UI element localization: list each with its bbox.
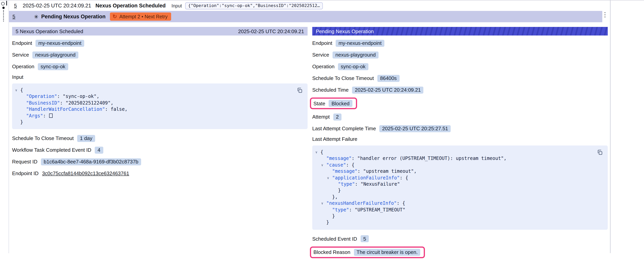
operation-value: sync-op-ok bbox=[38, 63, 68, 70]
json-text: }, bbox=[332, 194, 338, 200]
workflow-event-history-view: 5 2025-02-25 UTC 20:24:09.21 Nexus Opera… bbox=[0, 0, 644, 266]
field-label: State bbox=[314, 100, 325, 106]
collapse-chevron-icon[interactable]: ∨ bbox=[327, 174, 332, 181]
field-row: Servicenexus-playground bbox=[12, 51, 308, 59]
json-text: : "sync-op-ok", bbox=[57, 94, 100, 99]
event-input-preview-chip[interactable]: {"Operation":"sync-op-ok","BusinessID":"… bbox=[185, 2, 323, 9]
more-options-icon[interactable]: ⋮ bbox=[602, 11, 608, 18]
json-key: "nexusHandlerFailureInfo" bbox=[326, 201, 397, 206]
scheduled-panel-header: 5 Nexus Operation Scheduled 2025-02-25 U… bbox=[12, 27, 308, 36]
scheduled-fields-top: Endpointmy-nexus-endpointServicenexus-pl… bbox=[12, 39, 308, 71]
field-row: Schedule To Close Timeout1 day bbox=[12, 134, 308, 143]
code-line: }, bbox=[312, 194, 596, 200]
field-row: Blocked ReasonThe circuit breaker is ope… bbox=[312, 246, 608, 258]
json-text: : "handler error (UPSTREAM_TIMEOUT): ups… bbox=[352, 156, 506, 161]
field-wrap: Scheduled Event ID5 bbox=[312, 235, 369, 242]
retry-icon: ↻ bbox=[113, 14, 117, 19]
field-wrap: Servicenexus-playground bbox=[12, 51, 78, 58]
schedule-to-close-timeout-value: 1 day bbox=[77, 135, 95, 142]
retry-attempt-badge: ↻ Attempt 2 • Next Retry bbox=[110, 13, 171, 21]
json-text: : { bbox=[400, 175, 408, 180]
json-key: "applicationFailureInfo" bbox=[332, 175, 400, 180]
json-key: "message" bbox=[326, 156, 352, 161]
field-label: Workflow Task Completed Event ID bbox=[12, 147, 92, 153]
collapse-chevron-icon[interactable]: ∨ bbox=[321, 200, 326, 207]
field-row: Operationsync-op-ok bbox=[12, 62, 308, 71]
code-line: "Args": bbox=[12, 113, 296, 119]
code-line: "Operation": "sync-op-ok", bbox=[12, 93, 296, 100]
code-line: "message": "upstream timeout", bbox=[312, 168, 596, 174]
json-text: { bbox=[320, 149, 323, 155]
field-label: Last Attempt Complete Time bbox=[312, 126, 376, 131]
service-value: nexus-playground bbox=[32, 51, 78, 58]
code-line: ∨{ bbox=[312, 149, 596, 155]
field-wrap: Scheduled Time2025-02-25 UTC 20:24:09.21 bbox=[312, 86, 424, 93]
field-row: Request IDb1c6a4bc-8ee7-468a-9169-df3b02… bbox=[12, 158, 308, 166]
field-label: Operation bbox=[312, 64, 334, 69]
nexus-asterisk-icon: ✳ bbox=[34, 14, 38, 20]
collapse-chevron-icon[interactable]: ∨ bbox=[15, 87, 20, 93]
field-row: Endpoint ID3c0c75ccfa8144b092c13ce632463… bbox=[12, 169, 308, 178]
field-wrap: Endpointmy-nexus-endpoint bbox=[312, 40, 384, 47]
copy-button[interactable] bbox=[297, 87, 304, 94]
event-timestamp: 2025-02-25 UTC 20:24:09.21 bbox=[22, 3, 91, 9]
pending-event-id-link[interactable]: 5 bbox=[12, 14, 34, 20]
field-wrap: Request IDb1c6a4bc-8ee7-468a-9169-df3b02… bbox=[12, 158, 141, 165]
json-text: } bbox=[326, 220, 329, 225]
pending-operation-panel: Pending Nexus Operation Endpointmy-nexus… bbox=[312, 27, 608, 250]
scheduled-time-value: 2025-02-25 UTC 20:24:09.21 bbox=[352, 86, 423, 93]
code-line: "HandlerWaitForCancellation": false, bbox=[12, 106, 296, 113]
field-wrap: Endpoint ID3c0c75ccfa8144b092c13ce632463… bbox=[12, 171, 129, 176]
pending-event-title: Pending Nexus Operation bbox=[41, 14, 106, 20]
field-label: Attempt bbox=[312, 114, 330, 120]
json-text: : { bbox=[397, 201, 405, 206]
json-text: : false, bbox=[105, 107, 128, 112]
json-text: } bbox=[332, 213, 335, 219]
code-line: ∨"applicationFailureInfo": { bbox=[312, 174, 596, 181]
code-line: "message": "handler error (UPSTREAM_TIME… bbox=[312, 155, 596, 162]
json-key: "type" bbox=[332, 207, 349, 212]
field-row: StateBlocked bbox=[312, 98, 608, 109]
copy-button[interactable] bbox=[597, 149, 604, 156]
json-key: "cause" bbox=[326, 162, 346, 168]
field-label: Scheduled Event ID bbox=[312, 236, 357, 242]
last-attempt-failure-label: Last Attempt Failure bbox=[312, 136, 608, 142]
timeline-dot-icon[interactable] bbox=[2, 7, 5, 9]
field-label: Service bbox=[312, 52, 329, 58]
service-value: nexus-playground bbox=[333, 51, 378, 58]
field-label: Service bbox=[12, 52, 29, 58]
pending-nexus-operation-row[interactable]: 5 ✳ Pending Nexus Operation ↻ Attempt 2 … bbox=[9, 11, 602, 22]
json-text: : "UPSTREAM_TIMEOUT" bbox=[349, 207, 406, 212]
state-value: Blocked bbox=[329, 100, 352, 107]
timeline-open-node-icon[interactable] bbox=[1, 2, 5, 6]
field-label: Endpoint bbox=[312, 40, 332, 46]
code-line: "type": "NexusFailure" bbox=[312, 181, 596, 187]
endpoint-id-link[interactable]: 3c0c75ccfa8144b092c13ce632463761 bbox=[42, 171, 129, 176]
empty-array-icon bbox=[49, 113, 53, 118]
retry-badge-label: Attempt 2 • Next Retry bbox=[119, 14, 168, 19]
json-key: "message" bbox=[332, 168, 358, 174]
field-label: Schedule To Close Timeout bbox=[312, 75, 374, 81]
json-key: "type" bbox=[338, 181, 355, 187]
json-text: : { bbox=[346, 162, 354, 168]
event-id-link[interactable]: 5 bbox=[14, 3, 17, 9]
field-row: Workflow Task Completed Event ID4 bbox=[12, 146, 308, 154]
input-section-label: Input bbox=[12, 74, 308, 80]
field-wrap: Endpointmy-nexus-endpoint bbox=[12, 40, 84, 47]
endpoint-value: my-nexus-endpoint bbox=[36, 40, 84, 47]
field-row: Last Attempt Complete Time2025-02-25 UTC… bbox=[312, 124, 608, 133]
copy-icon bbox=[597, 149, 603, 155]
scheduled-event-id-value: 5 bbox=[360, 235, 369, 242]
code-line: "BusinessID": "20250225122409", bbox=[12, 100, 296, 106]
event-row-nexus-operation-scheduled[interactable]: 5 2025-02-25 UTC 20:24:09.21 Nexus Opera… bbox=[9, 1, 610, 11]
field-label: Blocked Reason bbox=[314, 249, 350, 255]
json-text: } bbox=[20, 119, 23, 125]
field-row: Scheduled Time2025-02-25 UTC 20:24:09.21 bbox=[312, 86, 608, 94]
field-label: Endpoint bbox=[12, 40, 32, 46]
json-key: "Operation" bbox=[26, 94, 57, 99]
scheduled-panel-title: 5 Nexus Operation Scheduled bbox=[16, 28, 83, 34]
collapse-chevron-icon[interactable]: ∨ bbox=[315, 149, 320, 155]
code-line: } bbox=[312, 219, 596, 226]
pending-panel-header: Pending Nexus Operation bbox=[312, 27, 608, 36]
collapse-chevron-icon[interactable]: ∨ bbox=[321, 162, 326, 168]
